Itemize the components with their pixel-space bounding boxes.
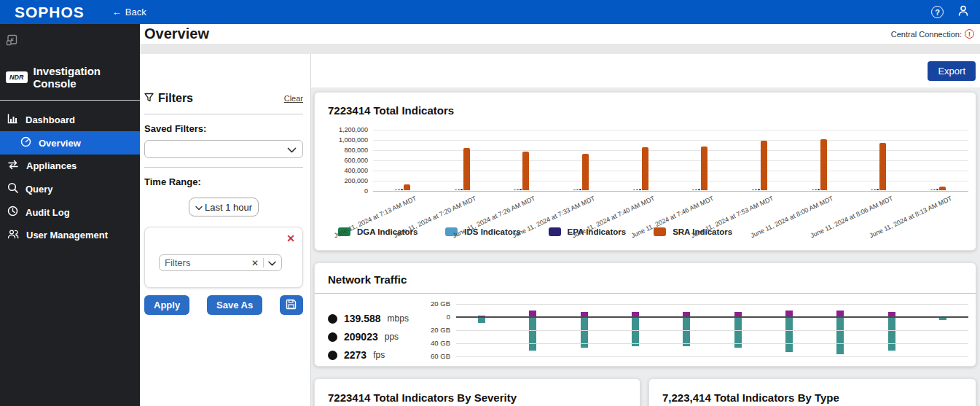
back-label: Back [125, 7, 146, 17]
clock-icon [20, 136, 31, 149]
alert-icon[interactable]: ! [965, 29, 974, 39]
legend-swatch [549, 227, 561, 236]
back-button[interactable]: ← Back [112, 7, 146, 17]
clear-filters-link[interactable]: Clear [284, 94, 303, 103]
indicators-x-axis: June 11, 2024 at 7:13 AM MDTJune 11, 202… [373, 191, 968, 222]
bar-sra-indicators [463, 148, 470, 190]
sidebar-item-user-management[interactable]: User Management [0, 224, 140, 246]
bar-ids-indicators [458, 189, 460, 190]
bar-dga-indicators [514, 190, 516, 190]
stat-value: 139.588 [344, 313, 381, 324]
sidebar-item-appliances[interactable]: Appliances [0, 155, 140, 177]
bar-sra-indicators [939, 187, 946, 190]
swap-arrows-icon [7, 160, 19, 172]
bar-ids-indicators [755, 189, 757, 190]
bar-ids-indicators [636, 189, 638, 190]
save-as-button[interactable]: Save As [207, 295, 262, 315]
sidebar-divider [0, 100, 140, 101]
apply-button[interactable]: Apply [144, 295, 189, 315]
bar-traffic-down [683, 318, 690, 346]
bar-sra-indicators [820, 139, 827, 190]
stat-unit: pps [385, 332, 399, 342]
bar-ids-indicators [874, 189, 876, 190]
bar-epa-indicators [936, 189, 938, 190]
grid-line [456, 316, 968, 318]
y-tick-label: 200,000 [344, 177, 368, 184]
page-header: Overview Central Connection: ! [140, 24, 980, 44]
back-arrow-icon: ← [112, 7, 122, 17]
grid-line [373, 181, 968, 181]
time-range-label: Time Range: [144, 176, 303, 187]
stat-value: 2273 [344, 349, 366, 361]
sidebar-item-label: Query [26, 184, 53, 195]
grid-line [373, 171, 968, 171]
y-tick-label: 0 [364, 187, 368, 195]
sophos-logo: SOPHOS [15, 4, 85, 21]
bar-epa-indicators [818, 189, 820, 190]
total-indicators-title: 7223414 Total Indicators [328, 104, 968, 117]
bar-dga-indicators [812, 190, 814, 190]
sidebar-item-query[interactable]: Query [0, 177, 140, 200]
search-icon [7, 182, 18, 195]
central-connection-status: Central Connection: ! [891, 29, 974, 39]
bar-sra-indicators [522, 152, 529, 190]
filters-panel: Filters Clear Saved Filters: Time Range: [140, 54, 311, 406]
bar-dga-indicators [455, 190, 457, 190]
filter-field-select[interactable]: Filters ✕ [159, 254, 282, 271]
bar-traffic-down [785, 318, 793, 352]
bar-epa-indicators [698, 189, 700, 190]
collapse-sidebar-icon[interactable] [6, 34, 140, 49]
bar-traffic-down [632, 318, 639, 346]
clear-field-icon[interactable]: ✕ [251, 258, 259, 268]
help-icon[interactable]: ? [931, 6, 944, 18]
grid-line [373, 150, 968, 151]
y-tick-label: 1,200,000 [339, 126, 368, 133]
bar-sra-indicators [642, 147, 648, 190]
chevron-down-icon [287, 143, 297, 156]
remove-filter-icon[interactable]: ✕ [286, 233, 295, 243]
history-clock-icon [7, 206, 18, 219]
chevron-down-icon [195, 202, 203, 213]
bar-traffic-down [529, 318, 536, 351]
filter-field-placeholder: Filters [165, 257, 190, 268]
bar-traffic-down [478, 318, 485, 323]
page-title: Overview [144, 26, 209, 42]
bar-epa-indicators [460, 189, 463, 190]
total-indicators-card: 7223414 Total Indicators 1,200,0001,000,… [314, 92, 976, 251]
bar-ids-indicators [576, 189, 579, 190]
sidebar-item-overview[interactable]: Overview [0, 131, 140, 155]
y-tick-label: 40 GB [431, 339, 450, 347]
funnel-icon [144, 92, 154, 105]
users-icon [7, 229, 19, 241]
bar-sra-indicators [761, 141, 767, 190]
saved-filters-select[interactable] [144, 140, 303, 158]
grid-line [456, 304, 968, 305]
brand-title: Investigation Console [34, 65, 135, 90]
grid-line [456, 330, 968, 331]
grid-line [456, 356, 968, 357]
export-button[interactable]: Export [928, 61, 976, 81]
save-filter-button[interactable] [280, 295, 303, 315]
indicators-by-type-title: 7,223,414 Total Indicators By Type [662, 391, 963, 404]
network-plot [456, 304, 968, 356]
sidebar-item-label: User Management [26, 230, 108, 241]
bar-ids-indicators [933, 189, 936, 190]
indicators-by-severity-card: 7223414 Total Indicators By Severity [314, 378, 640, 406]
divider [144, 114, 303, 114]
bar-epa-indicators [520, 189, 522, 190]
saved-filters-label: Saved Filters: [144, 123, 303, 134]
charts-area: 7223414 Total Indicators 1,200,0001,000,… [311, 87, 980, 406]
y-tick-label: 600,000 [344, 157, 368, 164]
chevron-down-icon [268, 257, 276, 268]
time-range-select[interactable]: Last 1 hour [189, 198, 259, 216]
stat-value: 209023 [344, 331, 378, 343]
y-tick-label: 20 GB [431, 300, 450, 308]
divider [144, 167, 303, 168]
sidebar-item-label: Appliances [26, 160, 77, 171]
bar-traffic-down [939, 318, 946, 320]
user-icon[interactable] [957, 4, 970, 20]
indicators-y-axis: 1,200,0001,000,000800,000600,000400,0002… [328, 130, 373, 191]
sidebar-item-audit-log[interactable]: Audit Log [0, 200, 140, 224]
sidebar-item-label: Audit Log [26, 207, 70, 218]
sidebar-item-dashboard[interactable]: Dashboard [0, 108, 140, 131]
